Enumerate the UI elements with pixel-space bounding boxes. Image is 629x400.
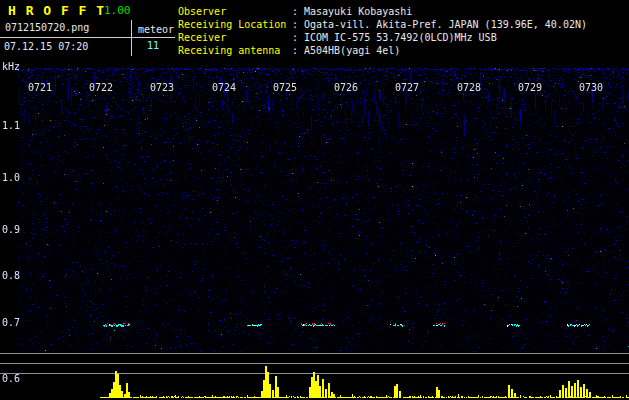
meteor-count: 11 [147,41,159,51]
time-label: 0724 [212,83,236,93]
info-value: Ogata-vill. Akita-Pref. JAPAN (139.96E, … [304,20,587,30]
date-time-label: 07.12.15 07:20 [4,42,88,52]
time-label: 0728 [457,83,481,93]
info-value: ICOM IC-575 53.7492(0LCD)MHz USB [304,33,497,43]
header-divider-vertical [131,20,132,56]
info-value: Masayuki Kobayashi [304,7,412,17]
time-label: 0727 [395,83,419,93]
time-label: 0723 [150,83,174,93]
y-axis-unit: kHz [2,62,20,72]
info-colon: : [292,7,304,17]
time-label: 0725 [273,83,297,93]
info-row-antenna: Receiving antenna:A504HB(yagi 4el) [178,45,400,56]
freq-label: 0.7 [2,318,20,328]
freq-label: 0.6 [2,374,20,384]
mode-label: meteor [138,25,174,35]
time-label: 0726 [334,83,358,93]
time-label: 0721 [28,83,52,93]
info-row-receiver: Receiver:ICOM IC-575 53.7492(0LCD)MHz US… [178,32,497,43]
time-label: 0722 [89,83,113,93]
info-label: Observer [178,7,292,17]
info-value: A504HB(yagi 4el) [304,46,400,56]
info-colon: : [292,46,304,56]
spectrogram-canvas [18,68,629,352]
freq-label: 1.0 [2,173,20,183]
freq-label: 0.8 [2,271,20,281]
header-divider-horizontal [0,37,175,38]
info-label: Receiving antenna [178,46,292,56]
time-label: 0730 [579,83,603,93]
amplitude-canvas [0,352,629,400]
hrofft-window: H R O F F T 1.00 0712150720.png meteor 1… [0,0,629,400]
info-row-observer: Observer:Masayuki Kobayashi [178,6,412,17]
app-title: H R O F F T [8,4,105,17]
info-colon: : [292,33,304,43]
info-label: Receiver [178,33,292,43]
freq-label: 1.1 [2,121,20,131]
info-colon: : [292,20,304,30]
freq-label: 0.9 [2,225,20,235]
app-version: 1.00 [104,5,131,16]
info-label: Receiving Location [178,20,292,30]
output-filename: 0712150720.png [5,23,89,33]
info-row-location: Receiving Location:Ogata-vill. Akita-Pre… [178,19,587,30]
time-label: 0729 [518,83,542,93]
